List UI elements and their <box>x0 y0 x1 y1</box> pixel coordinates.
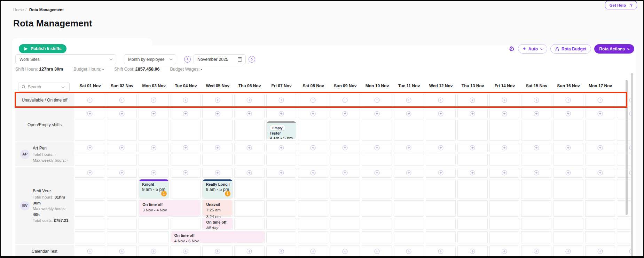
grid-cell[interactable]: + <box>617 168 631 178</box>
time-off-card[interactable]: Unavail7:25 am3:24 pm <box>203 200 232 216</box>
grid-cell[interactable]: + <box>171 245 201 257</box>
auto-dropdown-button[interactable]: ✦ Auto <box>518 44 548 54</box>
grid-cell[interactable]: + <box>521 109 551 118</box>
grid-cell[interactable]: + <box>234 245 265 257</box>
grid-cell[interactable]: + <box>489 143 520 152</box>
add-shift-icon[interactable]: + <box>151 170 156 176</box>
add-shift-icon[interactable]: + <box>247 111 252 116</box>
add-shift-icon[interactable]: + <box>343 98 348 103</box>
grid-cell[interactable]: + <box>266 143 297 152</box>
grid-cell[interactable]: + <box>426 94 456 106</box>
add-shift-icon[interactable]: + <box>438 249 443 254</box>
grid-cell[interactable]: + <box>107 94 137 106</box>
add-shift-icon[interactable]: + <box>534 170 539 176</box>
add-shift-icon[interactable]: + <box>215 170 220 176</box>
add-shift-icon[interactable]: + <box>311 170 316 176</box>
add-shift-icon[interactable]: + <box>438 145 443 150</box>
grid-cell[interactable]: + <box>234 94 265 106</box>
add-shift-icon[interactable]: + <box>566 249 571 254</box>
grid-cell[interactable]: + <box>457 143 488 152</box>
time-off-card[interactable]: On time off4 Nov - 6 Nov <box>171 231 264 243</box>
add-shift-icon[interactable]: + <box>597 170 603 176</box>
grid-cell[interactable]: + <box>426 245 456 257</box>
add-shift-icon[interactable]: + <box>534 98 539 103</box>
add-shift-icon[interactable]: + <box>87 170 93 176</box>
grid-cell[interactable]: + <box>107 109 137 118</box>
add-shift-icon[interactable]: + <box>406 111 411 116</box>
grid-cell[interactable]: + <box>234 168 265 178</box>
add-shift-icon[interactable]: + <box>119 98 124 103</box>
grid-cell[interactable]: + <box>298 168 328 178</box>
grid-cell[interactable]: + <box>553 109 583 118</box>
page-scrollbar[interactable] <box>631 73 633 256</box>
add-shift-icon[interactable]: + <box>406 145 411 150</box>
add-shift-icon[interactable]: + <box>183 111 188 116</box>
add-shift-icon[interactable]: + <box>343 145 348 150</box>
grid-cell[interactable]: + <box>202 168 233 178</box>
shift-card[interactable]: EmptyTester9 am - 5 pm <box>267 121 296 139</box>
grid-cell[interactable]: + <box>202 94 233 106</box>
grid-cell[interactable]: + <box>330 245 360 257</box>
add-shift-icon[interactable]: + <box>151 145 156 150</box>
add-shift-icon[interactable]: + <box>502 111 507 116</box>
add-shift-icon[interactable]: + <box>343 249 348 254</box>
add-shift-icon[interactable]: + <box>438 170 443 176</box>
grid-cell[interactable]: + <box>617 143 631 152</box>
grid-cell[interactable]: + <box>298 245 328 257</box>
grid-cell[interactable]: + <box>330 109 360 118</box>
add-shift-icon[interactable]: + <box>247 145 252 150</box>
grid-cell[interactable]: + <box>362 109 392 118</box>
grid-cell[interactable]: + <box>330 143 360 152</box>
add-shift-icon[interactable]: + <box>247 98 252 103</box>
grid-cell[interactable]: + <box>489 168 520 178</box>
grid-cell[interactable]: + <box>202 143 233 152</box>
grid-cell[interactable]: + <box>202 245 233 257</box>
add-shift-icon[interactable]: + <box>215 98 220 103</box>
grid-cell[interactable]: + <box>330 168 360 178</box>
add-shift-icon[interactable]: + <box>183 249 188 254</box>
grid-cell[interactable]: + <box>394 143 424 152</box>
grid-cell[interactable]: + <box>171 109 201 118</box>
add-shift-icon[interactable]: + <box>534 249 539 254</box>
grid-cell[interactable]: + <box>521 143 551 152</box>
add-shift-icon[interactable]: + <box>470 249 475 254</box>
add-shift-icon[interactable]: + <box>470 145 475 150</box>
add-shift-icon[interactable]: + <box>343 170 348 176</box>
grid-cell[interactable]: + <box>107 143 137 152</box>
add-shift-icon[interactable]: + <box>278 145 284 150</box>
add-shift-icon[interactable]: + <box>502 249 507 254</box>
grid-scrollbar[interactable] <box>626 80 628 215</box>
add-shift-icon[interactable]: + <box>215 249 220 254</box>
add-shift-icon[interactable]: + <box>438 98 443 103</box>
add-shift-icon[interactable]: + <box>151 98 156 103</box>
add-shift-icon[interactable]: + <box>406 249 411 254</box>
grid-cell[interactable]: + <box>521 94 551 106</box>
grid-cell[interactable]: + <box>202 109 233 118</box>
grid-cell[interactable]: + <box>171 94 201 106</box>
grid-cell[interactable]: + <box>298 109 328 118</box>
publish-shifts-button[interactable]: Publish 5 shifts <box>19 44 66 53</box>
add-shift-icon[interactable]: + <box>119 249 124 254</box>
add-shift-icon[interactable]: + <box>151 111 156 116</box>
add-shift-icon[interactable]: + <box>311 98 316 103</box>
grid-cell[interactable]: + <box>585 245 615 257</box>
add-shift-icon[interactable]: + <box>119 170 124 176</box>
previous-period-button[interactable] <box>184 56 191 63</box>
view-mode-select[interactable]: Month by employee <box>124 54 176 64</box>
grid-cell[interactable]: + <box>394 245 424 257</box>
add-shift-icon[interactable]: + <box>470 170 475 176</box>
shift-card[interactable]: Knight9 am - 5 pm1 <box>139 179 168 198</box>
period-date-input[interactable]: November 2025 <box>194 54 246 64</box>
add-shift-icon[interactable]: + <box>406 170 411 176</box>
time-off-card[interactable]: On time off3 Nov - 4 Nov <box>139 200 200 216</box>
grid-cell[interactable]: + <box>553 94 583 106</box>
grid-cell[interactable]: + <box>585 109 615 118</box>
work-sites-select[interactable]: Work Sites <box>15 54 116 64</box>
add-shift-icon[interactable]: + <box>215 111 220 116</box>
grid-cell[interactable]: + <box>489 245 520 257</box>
add-shift-icon[interactable]: + <box>374 249 379 254</box>
rota-budget-button[interactable]: Rota Budget <box>550 44 591 54</box>
add-shift-icon[interactable]: + <box>502 170 507 176</box>
add-shift-icon[interactable]: + <box>278 111 284 116</box>
grid-cell[interactable]: + <box>298 94 328 106</box>
